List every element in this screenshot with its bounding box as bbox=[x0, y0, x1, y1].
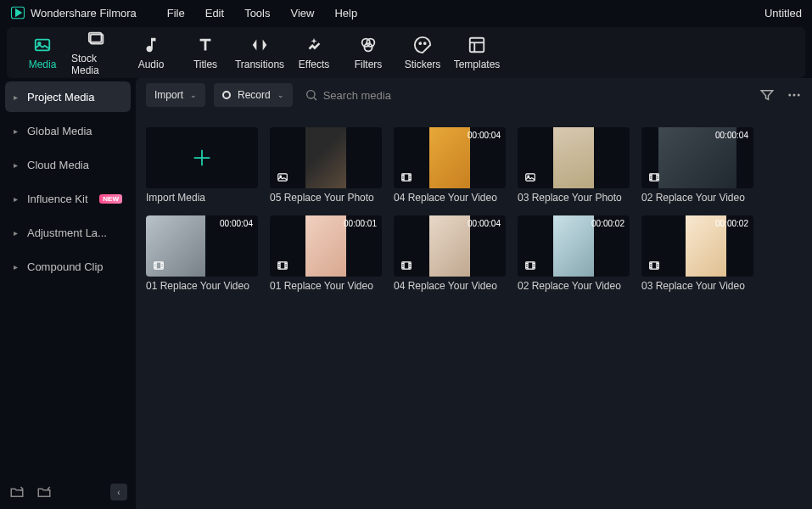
tool-templates[interactable]: Templates bbox=[451, 29, 502, 76]
import-thumb[interactable] bbox=[146, 127, 258, 188]
media-caption: 01 Replace Your Video bbox=[146, 280, 258, 292]
media-item[interactable]: 00:00:0101 Replace Your Video bbox=[270, 215, 382, 292]
tool-filters[interactable]: Filters bbox=[343, 29, 394, 76]
video-type-icon bbox=[523, 260, 538, 271]
media-thumb[interactable]: 00:00:04 bbox=[394, 127, 506, 188]
sidebar: ▸ Project Media ▸ Global Media ▸ Cloud M… bbox=[0, 78, 136, 509]
plus-icon bbox=[190, 146, 214, 170]
media-thumb[interactable]: 00:00:04 bbox=[146, 215, 258, 277]
sidebar-item-global-media[interactable]: ▸ Global Media bbox=[5, 115, 131, 146]
tool-stock-media[interactable]: Stock Media bbox=[71, 29, 122, 76]
audio-icon bbox=[141, 35, 161, 55]
media-thumb[interactable]: 00:00:04 bbox=[641, 127, 753, 188]
folder-in-icon[interactable] bbox=[36, 484, 53, 501]
tool-templates-label: Templates bbox=[454, 59, 501, 70]
media-item[interactable]: 03 Replace Your Photo bbox=[518, 127, 630, 204]
sidebar-item-influence-kit[interactable]: ▸ Influence Kit NEW bbox=[5, 183, 131, 214]
filter-icon[interactable] bbox=[759, 87, 775, 103]
media-caption: 05 Replace Your Photo bbox=[270, 192, 382, 204]
record-label: Record bbox=[238, 89, 271, 101]
content-panel: Import ⌄ Record ⌄ Im bbox=[136, 78, 812, 509]
sidebar-item-label: Cloud Media bbox=[27, 159, 89, 171]
tool-transitions-label: Transitions bbox=[235, 59, 284, 70]
media-thumb[interactable] bbox=[270, 127, 382, 188]
media-item[interactable]: 00:00:0202 Replace Your Video bbox=[518, 215, 630, 292]
stickers-icon bbox=[412, 35, 433, 55]
tool-titles[interactable]: Titles bbox=[180, 29, 231, 76]
collapse-sidebar-button[interactable]: ‹ bbox=[110, 484, 127, 501]
svg-line-14 bbox=[314, 98, 316, 100]
chevron-right-icon: ▸ bbox=[14, 92, 20, 102]
media-item[interactable]: 00:00:0404 Replace Your Video bbox=[394, 215, 506, 292]
media-item[interactable]: 00:00:0402 Replace Your Video bbox=[641, 127, 753, 204]
sidebar-item-compound-clip[interactable]: ▸ Compound Clip bbox=[5, 251, 131, 282]
tool-stickers[interactable]: Stickers bbox=[397, 29, 448, 76]
folder-out-icon[interactable] bbox=[8, 484, 25, 501]
media-item[interactable]: 05 Replace Your Photo bbox=[270, 127, 382, 204]
tool-effects-label: Effects bbox=[299, 59, 329, 70]
sidebar-item-cloud-media[interactable]: ▸ Cloud Media bbox=[5, 149, 131, 180]
menu-edit[interactable]: Edit bbox=[205, 7, 224, 20]
photo-type-icon bbox=[275, 171, 290, 183]
menu-help[interactable]: Help bbox=[334, 7, 357, 20]
svg-rect-20 bbox=[278, 174, 288, 181]
import-media-tile[interactable]: Import Media bbox=[146, 127, 258, 204]
media-caption: 04 Replace Your Video bbox=[394, 192, 506, 204]
tool-transitions[interactable]: Transitions bbox=[234, 29, 285, 76]
svg-point-17 bbox=[798, 94, 800, 97]
media-item[interactable]: 00:00:0404 Replace Your Video bbox=[394, 127, 506, 204]
new-badge: NEW bbox=[99, 194, 122, 204]
import-label: Import bbox=[154, 89, 183, 101]
media-duration: 00:00:04 bbox=[468, 131, 501, 140]
stock-media-icon bbox=[87, 29, 107, 49]
sidebar-item-label: Adjustment La... bbox=[27, 227, 107, 239]
sidebar-item-adjustment-layer[interactable]: ▸ Adjustment La... bbox=[5, 217, 131, 248]
menu-file[interactable]: File bbox=[167, 7, 185, 20]
search-input[interactable] bbox=[323, 89, 459, 102]
menu-tools[interactable]: Tools bbox=[244, 7, 270, 20]
media-thumb[interactable] bbox=[518, 127, 630, 188]
media-item[interactable]: 00:00:0401 Replace Your Video bbox=[146, 215, 258, 292]
main-area: ▸ Project Media ▸ Global Media ▸ Cloud M… bbox=[0, 78, 812, 509]
chevron-right-icon: ▸ bbox=[14, 262, 20, 271]
content-header-right bbox=[759, 87, 802, 103]
thumbnail-image bbox=[429, 127, 470, 188]
media-thumb[interactable]: 00:00:02 bbox=[518, 215, 630, 277]
media-caption: 02 Replace Your Video bbox=[641, 192, 753, 204]
content-header: Import ⌄ Record ⌄ bbox=[136, 78, 812, 112]
tool-effects[interactable]: Effects bbox=[288, 29, 339, 76]
record-dropdown[interactable]: Record ⌄ bbox=[214, 83, 293, 107]
tool-audio[interactable]: Audio bbox=[126, 29, 176, 76]
video-type-icon bbox=[647, 260, 662, 271]
tool-stock-label: Stock Media bbox=[71, 53, 122, 76]
sidebar-bottom: ‹ bbox=[5, 478, 131, 506]
media-caption: 02 Replace Your Video bbox=[518, 280, 630, 292]
chevron-down-icon: ⌄ bbox=[277, 91, 284, 99]
media-thumb[interactable]: 00:00:01 bbox=[270, 215, 382, 277]
effects-icon bbox=[304, 35, 324, 55]
svg-rect-10 bbox=[470, 38, 484, 53]
tool-media-label: Media bbox=[29, 59, 57, 70]
import-dropdown[interactable]: Import ⌄ bbox=[146, 83, 205, 107]
chevron-right-icon: ▸ bbox=[14, 194, 20, 204]
tool-media[interactable]: Media bbox=[17, 29, 68, 76]
media-item[interactable]: 00:00:0203 Replace Your Video bbox=[641, 215, 753, 292]
app-title: Wondershare Filmora bbox=[31, 7, 137, 20]
photo-type-icon bbox=[523, 171, 538, 183]
media-duration: 00:00:01 bbox=[344, 219, 377, 228]
svg-rect-31 bbox=[526, 174, 535, 181]
chevron-right-icon: ▸ bbox=[14, 126, 20, 136]
templates-icon bbox=[467, 35, 487, 55]
sidebar-item-label: Compound Clip bbox=[27, 260, 104, 273]
more-icon[interactable] bbox=[787, 87, 802, 103]
media-duration: 00:00:04 bbox=[715, 131, 748, 140]
media-thumb[interactable]: 00:00:04 bbox=[394, 215, 506, 277]
media-duration: 00:00:02 bbox=[715, 219, 748, 228]
sidebar-item-project-media[interactable]: ▸ Project Media bbox=[5, 81, 131, 112]
video-type-icon bbox=[275, 260, 290, 271]
media-caption: 03 Replace Your Photo bbox=[518, 192, 630, 204]
sidebar-item-label: Project Media bbox=[27, 91, 94, 103]
media-thumb[interactable]: 00:00:02 bbox=[641, 215, 753, 277]
video-type-icon bbox=[399, 260, 414, 271]
menu-view[interactable]: View bbox=[290, 7, 314, 20]
